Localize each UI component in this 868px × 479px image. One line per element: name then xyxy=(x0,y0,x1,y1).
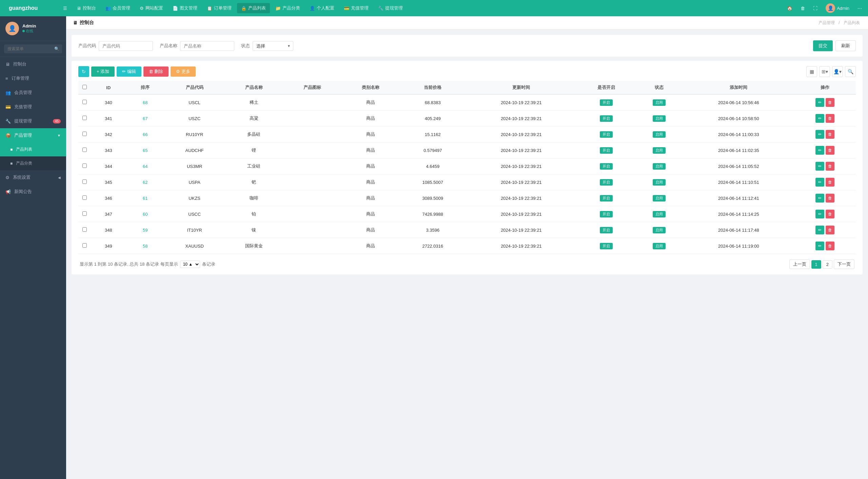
admin-avatar[interactable]: 👤 Admin xyxy=(823,2,852,14)
row-checkbox-4[interactable] xyxy=(82,164,87,168)
per-page-select[interactable]: 10 ▲ xyxy=(180,261,200,268)
cell-icon xyxy=(283,222,341,238)
nav-site-config[interactable]: ⚙ 网站配置 xyxy=(136,3,167,13)
delete-row-button-1[interactable]: 🗑 xyxy=(826,114,834,123)
edit-row-button-8[interactable]: ✏ xyxy=(815,226,824,234)
grid-view-button[interactable]: ▦ xyxy=(806,66,817,77)
sidebar-username: Admin xyxy=(22,23,36,28)
refresh-button[interactable]: ↻ xyxy=(78,66,89,77)
settings-icon-btn[interactable]: ⋯ xyxy=(855,4,865,12)
cell-sort[interactable]: 61 xyxy=(126,190,164,206)
delete-row-button-9[interactable]: 🗑 xyxy=(826,242,834,250)
product-name-input[interactable] xyxy=(180,41,234,51)
sidebar-submenu-products: ■ 产品列表 ■ 产品分类 xyxy=(0,142,66,170)
cell-sort[interactable]: 65 xyxy=(126,142,164,158)
add-button[interactable]: + 添加 xyxy=(91,66,115,77)
cell-update-time: 2024-10-19 22:39:21 xyxy=(466,206,577,222)
submit-button[interactable]: 提交 xyxy=(813,40,833,51)
delete-row-button-3[interactable]: 🗑 xyxy=(826,146,834,155)
cell-sort[interactable]: 68 xyxy=(126,94,164,111)
edit-row-button-0[interactable]: ✏ xyxy=(815,98,824,107)
nav-toggle[interactable]: ☰ xyxy=(59,4,71,13)
sidebar-item-product-category[interactable]: ■ 产品分类 xyxy=(0,156,66,170)
row-checkbox-9[interactable] xyxy=(82,243,87,248)
edit-row-button-7[interactable]: ✏ xyxy=(815,210,824,218)
search-input[interactable] xyxy=(4,44,62,53)
sidebar-item-system[interactable]: ⚙ 系统设置 ◀ xyxy=(0,170,66,185)
edit-row-button-5[interactable]: ✏ xyxy=(815,178,824,187)
sidebar-item-product-list[interactable]: ■ 产品列表 xyxy=(0,142,66,156)
cell-category: 商品 xyxy=(341,158,400,174)
cell-sort[interactable]: 60 xyxy=(126,206,164,222)
edit-row-button-1[interactable]: ✏ xyxy=(815,114,824,123)
edit-row-button-4[interactable]: ✏ xyxy=(815,162,824,171)
delete-row-button-2[interactable]: 🗑 xyxy=(826,130,834,139)
delete-row-button-4[interactable]: 🗑 xyxy=(826,162,834,171)
row-checkbox-6[interactable] xyxy=(82,195,87,200)
columns-button[interactable]: ⊞▾ xyxy=(819,66,830,77)
admin-avatar-img: 👤 xyxy=(826,3,835,13)
user-cols-button[interactable]: 👤▾ xyxy=(832,66,843,77)
products-icon: 🔒 xyxy=(241,6,246,11)
sidebar-item-recharge[interactable]: 💳 充值管理 xyxy=(0,100,66,114)
nav-withdraw[interactable]: 🔧 提现管理 xyxy=(374,3,407,13)
cell-sort[interactable]: 67 xyxy=(126,111,164,127)
edit-row-button-3[interactable]: ✏ xyxy=(815,146,824,155)
edit-row-button-9[interactable]: ✏ xyxy=(815,242,824,250)
trash-icon-btn[interactable]: 🗑 xyxy=(798,4,808,12)
cell-sort[interactable]: 64 xyxy=(126,158,164,174)
nav-personal[interactable]: 👤 个人配置 xyxy=(305,3,338,13)
row-checkbox-1[interactable] xyxy=(82,116,87,120)
cell-sort[interactable]: 58 xyxy=(126,238,164,254)
nav-content[interactable]: 📄 图文管理 xyxy=(169,3,201,13)
table-area: ↻ + 添加 ✏ 编辑 🗑 删除 ⚙ 更多 ▦ ⊞▾ 👤▾ 🔍 xyxy=(72,61,863,274)
sidebar-item-orders[interactable]: ≡ 订单管理 xyxy=(0,71,66,85)
more-button[interactable]: ⚙ 更多 xyxy=(171,66,196,77)
search-table-button[interactable]: 🔍 xyxy=(845,66,856,77)
sidebar-item-news[interactable]: 📢 新闻公告 xyxy=(0,185,66,199)
edit-button[interactable]: ✏ 编辑 xyxy=(117,66,141,77)
row-checkbox-8[interactable] xyxy=(82,227,87,232)
expand-icon-btn[interactable]: ⛶ xyxy=(810,4,820,12)
select-all-checkbox[interactable] xyxy=(82,85,87,89)
delete-row-button-0[interactable]: 🗑 xyxy=(826,98,834,107)
page-1-button[interactable]: 1 xyxy=(811,260,821,269)
nav-products[interactable]: 🔒 产品列表 xyxy=(237,3,270,13)
col-id: ID xyxy=(91,81,126,94)
cell-sort[interactable]: 66 xyxy=(126,127,164,142)
nav-recharge[interactable]: 💳 充值管理 xyxy=(340,3,373,13)
row-checkbox-7[interactable] xyxy=(82,211,87,216)
refresh-filter-button[interactable]: 刷新 xyxy=(835,40,856,51)
cell-category: 商品 xyxy=(341,127,400,142)
product-code-input[interactable] xyxy=(99,41,153,51)
nav-members[interactable]: 👥 会员管理 xyxy=(101,3,134,13)
nav-orders[interactable]: 📋 订单管理 xyxy=(203,3,236,13)
row-checkbox-2[interactable] xyxy=(82,132,87,136)
nav-product-category[interactable]: 📁 产品分类 xyxy=(271,3,304,13)
edit-row-button-2[interactable]: ✏ xyxy=(815,130,824,139)
recharge-icon: 💳 xyxy=(5,104,11,110)
sidebar-item-dashboard[interactable]: 🖥 控制台 xyxy=(0,57,66,71)
status-select[interactable]: 选择 xyxy=(253,41,293,51)
row-checkbox-3[interactable] xyxy=(82,148,87,152)
delete-button[interactable]: 🗑 删除 xyxy=(143,66,169,77)
row-checkbox-0[interactable] xyxy=(82,100,87,104)
sidebar-item-withdraw[interactable]: 🔧 提现管理 45 xyxy=(0,114,66,128)
row-checkbox-5[interactable] xyxy=(82,179,87,184)
cell-sort[interactable]: 62 xyxy=(126,174,164,190)
sidebar-item-products[interactable]: 📦 产品管理 ▼ xyxy=(0,128,66,142)
home-icon-btn[interactable]: 🏠 xyxy=(784,4,795,12)
cell-category: 商品 xyxy=(341,111,400,127)
nav-console[interactable]: 🖥 控制台 xyxy=(73,3,100,13)
cell-add-time: 2024-06-14 11:12:41 xyxy=(683,190,794,206)
edit-row-button-6[interactable]: ✏ xyxy=(815,194,824,203)
delete-row-button-5[interactable]: 🗑 xyxy=(826,178,834,187)
prev-page-button[interactable]: 上一页 xyxy=(789,260,810,269)
cell-sort[interactable]: 59 xyxy=(126,222,164,238)
delete-row-button-8[interactable]: 🗑 xyxy=(826,226,834,234)
delete-row-button-7[interactable]: 🗑 xyxy=(826,210,834,218)
page-2-button[interactable]: 2 xyxy=(823,260,832,269)
sidebar-item-members[interactable]: 👥 会员管理 xyxy=(0,85,66,100)
next-page-button[interactable]: 下一页 xyxy=(834,260,854,269)
delete-row-button-6[interactable]: 🗑 xyxy=(826,194,834,203)
